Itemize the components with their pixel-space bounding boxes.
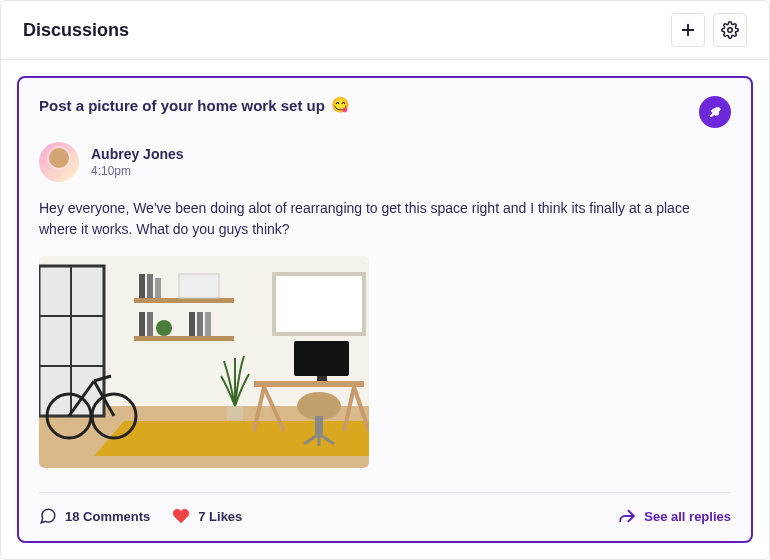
post-image[interactable]	[39, 256, 369, 468]
comments-button[interactable]: 18 Comments	[39, 507, 150, 525]
post-title-text: Post a picture of your home work set up	[39, 97, 325, 114]
author-name: Aubrey Jones	[91, 146, 184, 162]
svg-rect-29	[254, 381, 364, 387]
svg-rect-27	[205, 312, 211, 336]
comments-count: 18 Comments	[65, 509, 150, 524]
svg-rect-26	[197, 312, 203, 336]
post-body: Hey everyone, We've been doing alot of r…	[39, 198, 731, 240]
footer-stats: 18 Comments 7 Likes	[39, 507, 242, 525]
post-footer: 18 Comments 7 Likes See all replies	[39, 507, 731, 525]
divider	[39, 492, 731, 493]
post-card: Post a picture of your home work set up …	[17, 76, 753, 543]
content-area: Post a picture of your home work set up …	[1, 60, 769, 559]
svg-point-2	[728, 28, 733, 33]
settings-button[interactable]	[713, 13, 747, 47]
svg-rect-19	[147, 274, 153, 298]
svg-rect-17	[134, 336, 234, 341]
svg-rect-25	[189, 312, 195, 336]
see-replies-button[interactable]: See all replies	[618, 507, 731, 525]
pin-icon	[707, 104, 723, 120]
heart-icon	[172, 507, 190, 525]
post-time: 4:10pm	[91, 164, 184, 178]
svg-rect-16	[134, 298, 234, 303]
likes-button[interactable]: 7 Likes	[172, 507, 242, 525]
svg-rect-18	[139, 274, 145, 298]
author-meta: Aubrey Jones 4:10pm	[91, 146, 184, 178]
discussions-panel: Discussions Post a picture of your home …	[0, 0, 770, 560]
header: Discussions	[1, 1, 769, 60]
comment-icon	[39, 507, 57, 525]
svg-rect-23	[147, 312, 153, 336]
plus-icon	[679, 21, 697, 39]
page-title: Discussions	[23, 20, 129, 41]
add-button[interactable]	[671, 13, 705, 47]
svg-point-36	[297, 392, 341, 420]
svg-point-24	[156, 320, 172, 336]
svg-rect-28	[274, 274, 364, 334]
svg-rect-34	[294, 341, 349, 376]
likes-count: 7 Likes	[198, 509, 242, 524]
svg-rect-21	[179, 274, 219, 298]
header-actions	[671, 13, 747, 47]
post-title: Post a picture of your home work set up …	[39, 96, 350, 114]
pin-button[interactable]	[699, 96, 731, 128]
svg-rect-20	[155, 278, 161, 298]
avatar[interactable]	[39, 142, 79, 182]
gear-icon	[721, 21, 739, 39]
post-header: Post a picture of your home work set up …	[39, 96, 731, 128]
svg-rect-35	[317, 376, 327, 381]
workspace-image-icon	[39, 256, 369, 468]
share-arrow-icon	[618, 507, 636, 525]
emoji-icon: 😋	[331, 96, 350, 114]
svg-rect-37	[315, 416, 323, 434]
svg-rect-41	[227, 406, 243, 420]
author-row: Aubrey Jones 4:10pm	[39, 142, 731, 182]
see-replies-label: See all replies	[644, 509, 731, 524]
svg-rect-22	[139, 312, 145, 336]
